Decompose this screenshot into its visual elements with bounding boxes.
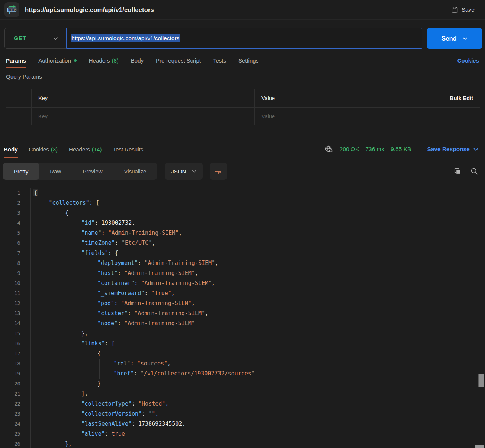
line-number: 11 xyxy=(0,288,31,298)
cookies-link[interactable]: Cookies xyxy=(457,57,479,64)
code-line: 3{ xyxy=(0,208,485,218)
view-mode-visualize[interactable]: Visualize xyxy=(113,163,157,180)
code-token: , xyxy=(192,300,195,307)
code-token: : xyxy=(118,270,124,276)
vertical-scrollbar-thumb[interactable] xyxy=(478,374,484,387)
code-content: "host": "Admin-Training-SIEM", xyxy=(31,268,485,278)
wrap-lines-button[interactable] xyxy=(210,163,227,180)
query-params-empty-row: Key Value xyxy=(6,107,480,125)
code-content: { xyxy=(31,208,485,218)
line-number: 21 xyxy=(0,389,31,399)
line-number: 4 xyxy=(0,218,31,228)
save-response-label: Save Response xyxy=(427,146,470,153)
response-meta: 200 OK 736 ms 9.65 KB Save Response xyxy=(324,144,478,154)
line-number: 13 xyxy=(0,308,31,319)
response-tab-test-results[interactable]: Test Results xyxy=(113,140,143,158)
column-header-key: Key xyxy=(31,89,254,107)
tab-authorization[interactable]: Authorization xyxy=(38,52,77,68)
tab-count-badge: (8) xyxy=(112,57,118,64)
code-line: 6"timeZone": "Etc/UTC", xyxy=(0,238,485,248)
authorized-dot-icon xyxy=(74,59,77,62)
code-token: }, xyxy=(65,441,72,447)
code-token: 193002732 xyxy=(102,220,132,226)
code-token: } xyxy=(97,380,101,387)
code-content: } xyxy=(31,379,485,389)
code-token: : xyxy=(132,400,138,407)
row-handle-cell xyxy=(6,89,31,107)
key-input[interactable]: Key xyxy=(31,108,254,125)
response-tab-cookies[interactable]: Cookies(3) xyxy=(29,140,58,158)
code-token: : [ xyxy=(105,340,115,347)
code-token: "id" xyxy=(81,220,95,226)
response-tab-body[interactable]: Body xyxy=(4,140,18,158)
code-token: , xyxy=(182,420,185,427)
code-token: { xyxy=(33,189,38,196)
code-content: "alive": true xyxy=(31,429,485,439)
code-content: }, xyxy=(31,439,485,448)
status-badge: 200 OK xyxy=(340,146,359,153)
line-number: 25 xyxy=(0,429,31,439)
code-token: }, xyxy=(81,330,88,337)
code-token: , xyxy=(171,290,175,297)
line-number: 17 xyxy=(0,349,31,359)
search-icon xyxy=(470,167,478,175)
code-line: 18"rel": "sources", xyxy=(0,359,485,369)
save-button[interactable]: Save xyxy=(447,4,478,16)
code-token: ], xyxy=(81,390,88,397)
bulk-edit-button[interactable]: Bulk Edit xyxy=(439,89,480,107)
value-input[interactable]: Value xyxy=(254,108,439,125)
code-token: : xyxy=(138,260,144,266)
request-bar: GET https://api.sumologic.com/api/v1/col… xyxy=(4,28,482,49)
code-content: "collectorType": "Hosted", xyxy=(31,399,485,409)
tab-headers[interactable]: Headers(8) xyxy=(89,52,119,68)
horizontal-scrollbar-thumb[interactable] xyxy=(475,445,484,448)
code-line: 22"collectorType": "Hosted", xyxy=(0,399,485,409)
response-body-viewer[interactable]: 1{2"collectors": [3{4"id": 193002732,5"n… xyxy=(0,186,485,448)
link-token[interactable]: /v1/collectors/193002732/sources xyxy=(144,370,251,377)
format-select[interactable]: JSON xyxy=(165,163,203,180)
tab-settings[interactable]: Settings xyxy=(238,52,258,68)
response-tab-headers[interactable]: Headers(14) xyxy=(69,140,102,158)
divider xyxy=(419,144,419,154)
response-tabs: BodyCookies(3)Headers(14)Test Results xyxy=(4,140,143,158)
code-line: 26}, xyxy=(0,439,485,448)
code-line: 23"collectorVersion": "", xyxy=(0,409,485,419)
code-token: : xyxy=(128,310,134,317)
copy-response-button[interactable] xyxy=(453,167,462,175)
code-token: " xyxy=(141,370,144,377)
tab-label: Headers xyxy=(89,57,110,64)
tab-pre-request-script[interactable]: Pre-request Script xyxy=(156,52,201,68)
save-response-button[interactable]: Save Response xyxy=(427,146,478,153)
code-token: : xyxy=(134,280,141,287)
line-number: 3 xyxy=(0,208,31,218)
method-select[interactable]: GET xyxy=(4,28,66,49)
code-token: : xyxy=(118,320,124,327)
code-content: "cluster": "Admin-Training-SIEM", xyxy=(31,308,485,319)
tab-count-badge: (14) xyxy=(92,146,102,153)
link-token[interactable]: /UTC xyxy=(135,240,148,246)
view-mode-pretty[interactable]: Pretty xyxy=(3,163,39,180)
code-content: "rel": "sources", xyxy=(31,359,485,369)
response-toolbar: PrettyRawPreviewVisualize JSON xyxy=(3,163,478,180)
code-token: "rel" xyxy=(114,360,131,367)
view-mode-raw[interactable]: Raw xyxy=(39,163,72,180)
code-line: 1{ xyxy=(0,188,485,198)
network-globe-lock-icon[interactable] xyxy=(324,145,333,154)
line-number: 22 xyxy=(0,399,31,409)
code-token: "name" xyxy=(81,230,102,236)
send-button[interactable]: Send xyxy=(427,28,482,49)
code-line: 20} xyxy=(0,379,485,389)
code-token: 1738692345502 xyxy=(138,420,182,427)
code-content: "_siemForward": "True", xyxy=(31,288,485,298)
code-content: "deployment": "Admin-Training-SIEM", xyxy=(31,258,485,268)
tab-body[interactable]: Body xyxy=(131,52,144,68)
code-token: "lastSeenAlive" xyxy=(81,420,132,427)
code-content: "fields": { xyxy=(31,248,485,258)
code-line: 16"links": [ xyxy=(0,339,485,349)
search-response-button[interactable] xyxy=(470,167,478,175)
request-tabs: ParamsAuthorizationHeaders(8)BodyPre-req… xyxy=(6,52,479,68)
tab-tests[interactable]: Tests xyxy=(213,52,226,68)
url-input[interactable]: https://api.sumologic.com/api/v1/collect… xyxy=(66,28,422,49)
tab-params[interactable]: Params xyxy=(6,52,26,68)
view-mode-preview[interactable]: Preview xyxy=(72,163,113,180)
